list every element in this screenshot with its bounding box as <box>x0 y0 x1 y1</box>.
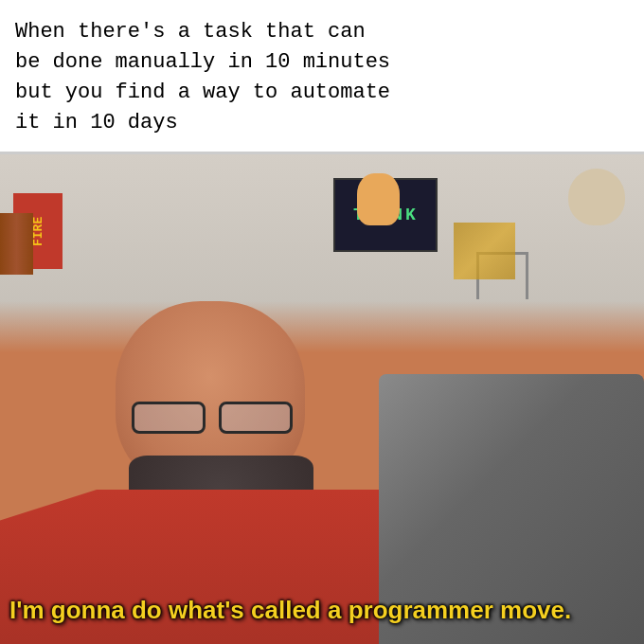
person-glasses <box>122 397 302 430</box>
caption-text: I'm gonna do what's called a programmer … <box>9 596 571 624</box>
skull-decoration <box>568 169 625 225</box>
meme-top-text: When there's a task that can be done man… <box>15 17 629 138</box>
photo-background: FIRE THINK <box>0 154 644 644</box>
image-canvas: FIRE THINK <box>0 154 644 644</box>
caption-overlay: I'm gonna do what's called a programmer … <box>9 595 635 627</box>
meme-image-section: FIRE THINK <box>0 154 644 644</box>
award-box <box>454 223 515 279</box>
books-left <box>0 213 33 275</box>
meme-container: When there's a task that can be done man… <box>0 0 644 644</box>
animal-figurine <box>357 173 400 225</box>
meme-text-section: When there's a task that can be done man… <box>0 0 644 152</box>
